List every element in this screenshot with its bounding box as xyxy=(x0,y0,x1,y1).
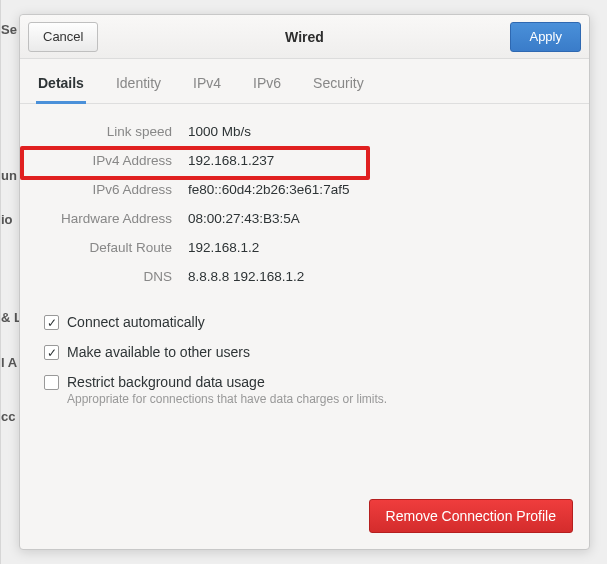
checkbox-other-users[interactable] xyxy=(44,345,59,360)
info-label-hardware: Hardware Address xyxy=(44,211,172,226)
info-value-default-route: 192.168.1.2 xyxy=(188,240,571,255)
checkbox-sublabel-restrict-bg: Appropriate for connections that have da… xyxy=(67,392,387,406)
checkbox-label-other-users: Make available to other users xyxy=(67,344,250,360)
info-label-ipv6: IPv6 Address xyxy=(44,182,172,197)
info-label-ipv4: IPv4 Address xyxy=(44,153,172,168)
connection-info-grid: Link speed 1000 Mb/s IPv4 Address 192.16… xyxy=(44,124,571,284)
tab-details[interactable]: Details xyxy=(36,69,86,104)
options-section: Connect automatically Make available to … xyxy=(38,314,571,406)
info-value-hardware: 08:00:27:43:B3:5A xyxy=(188,211,571,226)
remove-connection-button[interactable]: Remove Connection Profile xyxy=(369,499,573,533)
bg-fragment: l A xyxy=(1,355,17,370)
apply-button[interactable]: Apply xyxy=(510,22,581,52)
info-value-ipv6: fe80::60d4:2b26:3e61:7af5 xyxy=(188,182,571,197)
checkbox-restrict-bg[interactable] xyxy=(44,375,59,390)
check-row-other-users: Make available to other users xyxy=(44,344,571,360)
dialog-titlebar: Cancel Wired Apply xyxy=(20,15,589,59)
connection-dialog: Cancel Wired Apply Details Identity IPv4… xyxy=(19,14,590,550)
tabs-bar: Details Identity IPv4 IPv6 Security xyxy=(20,59,589,104)
dialog-footer: Remove Connection Profile xyxy=(20,487,589,549)
bg-fragment: un xyxy=(1,168,17,183)
info-label-dns: DNS xyxy=(44,269,172,284)
info-label-default-route: Default Route xyxy=(44,240,172,255)
info-value-dns: 8.8.8.8 192.168.1.2 xyxy=(188,269,571,284)
check-row-restrict-bg: Restrict background data usage Appropria… xyxy=(44,374,571,406)
details-panel: Link speed 1000 Mb/s IPv4 Address 192.16… xyxy=(20,104,589,487)
tab-ipv6[interactable]: IPv6 xyxy=(251,69,283,104)
info-label-link-speed: Link speed xyxy=(44,124,172,139)
info-value-ipv4: 192.168.1.237 xyxy=(188,153,571,168)
checkbox-label-restrict-bg: Restrict background data usage xyxy=(67,374,387,390)
cancel-button[interactable]: Cancel xyxy=(28,22,98,52)
tab-identity[interactable]: Identity xyxy=(114,69,163,104)
tab-ipv4[interactable]: IPv4 xyxy=(191,69,223,104)
checkbox-connect-auto[interactable] xyxy=(44,315,59,330)
bg-fragment: cc xyxy=(1,409,15,424)
check-row-connect-auto: Connect automatically xyxy=(44,314,571,330)
bg-fragment: io xyxy=(1,212,13,227)
dialog-title: Wired xyxy=(285,29,324,45)
tab-security[interactable]: Security xyxy=(311,69,366,104)
bg-fragment: Se xyxy=(1,22,17,37)
info-value-link-speed: 1000 Mb/s xyxy=(188,124,571,139)
checkbox-label-connect-auto: Connect automatically xyxy=(67,314,205,330)
